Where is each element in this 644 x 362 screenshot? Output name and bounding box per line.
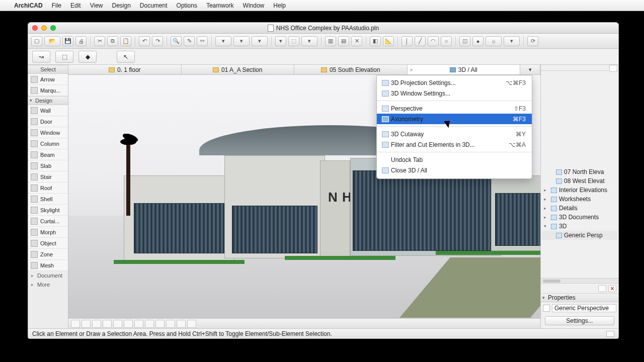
vt-orbit[interactable]: [134, 320, 143, 328]
tool-beam[interactable]: Beam: [28, 149, 68, 160]
info-btn-2[interactable]: ⬚: [55, 51, 73, 63]
nav-settings-button[interactable]: Settings...: [545, 316, 614, 325]
diag-icon[interactable]: ╱: [415, 36, 426, 46]
vt-back[interactable]: [177, 320, 186, 328]
tool-wall[interactable]: Wall: [28, 105, 68, 116]
nav-north-elev[interactable]: 07 North Eleva: [542, 167, 617, 176]
tool-object[interactable]: Object: [28, 238, 68, 249]
nav-new-button[interactable]: [598, 285, 606, 292]
cut-button[interactable]: ✂: [94, 36, 105, 46]
delete-icon[interactable]: ✕: [351, 36, 362, 46]
nav-west-elev[interactable]: 08 West Elevat: [542, 176, 617, 186]
tab-elevation[interactable]: 05 South Elevation: [294, 65, 408, 74]
menu-3d-projection-settings[interactable]: 3D Projection Settings... ⌥⌘F3: [377, 77, 532, 88]
nav-3d[interactable]: 3D: [542, 222, 617, 231]
paste-button[interactable]: 📋: [120, 36, 131, 46]
tool-curtain[interactable]: Curtai...: [28, 216, 68, 227]
navigator-tree[interactable]: 07 North Eleva 08 West Elevat Interior E…: [541, 71, 618, 278]
redo-button[interactable]: ↷: [152, 36, 163, 46]
tool-door[interactable]: Door: [28, 116, 68, 127]
toolbox-design-group[interactable]: Design: [28, 96, 68, 105]
open-button[interactable]: 📂: [44, 36, 60, 46]
vt-pan[interactable]: [124, 320, 133, 328]
menu-options[interactable]: Options: [177, 2, 197, 9]
vt-prev[interactable]: [92, 320, 101, 328]
app-menu[interactable]: ArchiCAD: [14, 2, 43, 9]
tool-stair[interactable]: Stair: [28, 171, 68, 183]
pen-dropdown[interactable]: ▾: [233, 36, 250, 46]
marker-icon[interactable]: ✏: [197, 36, 208, 46]
nav-delete-button[interactable]: ×: [608, 285, 616, 292]
tool-arrow[interactable]: Arrow: [28, 74, 68, 85]
globe-dropdown[interactable]: ▾: [504, 36, 520, 46]
new-button[interactable]: ▢: [31, 36, 42, 46]
navigator-scrollbar[interactable]: [541, 278, 618, 283]
vt-reset[interactable]: [166, 320, 175, 328]
nav-prop-icon[interactable]: [543, 305, 550, 312]
tool-window[interactable]: Window: [28, 127, 68, 138]
menu-axonometry[interactable]: Axonometry ⌘F3: [377, 114, 532, 124]
menu-window[interactable]: Window: [243, 2, 265, 9]
refresh-icon[interactable]: ⟳: [527, 36, 538, 46]
menu-help[interactable]: Help: [273, 2, 286, 9]
undo-button[interactable]: ↶: [139, 36, 150, 46]
info-btn-arrow[interactable]: ↖: [117, 51, 135, 63]
toolbox-document-group[interactable]: Document: [28, 271, 68, 280]
tab-close-icon[interactable]: ×: [410, 67, 413, 73]
vt-fit[interactable]: [71, 320, 80, 328]
line-icon[interactable]: │: [401, 36, 413, 46]
tool-shell[interactable]: Shell: [28, 194, 68, 205]
vt-look[interactable]: [155, 320, 165, 328]
render-icon[interactable]: ●: [472, 36, 484, 46]
nav-generic-perspective[interactable]: Generic Persp: [542, 231, 617, 240]
menu-design[interactable]: Design: [112, 2, 131, 9]
status-icon[interactable]: [606, 331, 614, 337]
info-btn-1[interactable]: ↝: [32, 51, 50, 63]
tool-mesh[interactable]: Mesh: [28, 260, 68, 271]
tool-slab[interactable]: Slab: [28, 160, 68, 171]
material-dropdown[interactable]: ▾: [252, 36, 268, 46]
menu-perspective[interactable]: ✓ Perspective ⇧F3: [377, 103, 532, 114]
3d-viewport[interactable]: N H S 3D Proje: [68, 75, 540, 318]
menu-file[interactable]: File: [52, 2, 61, 9]
nav-prop-name[interactable]: Generic Perspective: [552, 304, 616, 312]
vt-actual[interactable]: [82, 320, 91, 328]
menu-filter-cut[interactable]: Filter and Cut Elements in 3D... ⌥⌘A: [377, 139, 532, 150]
menu-3d-cutaway[interactable]: 3D Cutaway ⌘Y: [377, 129, 532, 139]
titlebar[interactable]: NHS Office Complex by PAAstudio.pln: [28, 23, 618, 34]
zoom-window-button[interactable]: [50, 25, 56, 31]
nav-interior-elev[interactable]: Interior Elevations: [542, 186, 617, 195]
zoom-icon[interactable]: 🔍: [171, 36, 182, 46]
vt-walk[interactable]: [145, 320, 154, 328]
nav-worksheets[interactable]: Worksheets: [542, 195, 617, 204]
menu-edit[interactable]: Edit: [70, 2, 81, 9]
tool-roof[interactable]: Roof: [28, 183, 68, 194]
section-icon[interactable]: ▥: [325, 36, 336, 46]
sun-icon[interactable]: ☼: [486, 36, 502, 46]
info-btn-3[interactable]: ◆: [78, 51, 97, 63]
print-button[interactable]: 🖨: [75, 36, 87, 46]
toolbox-more-group[interactable]: More: [28, 280, 68, 289]
close-window-button[interactable]: [32, 25, 38, 31]
vt-zoomout[interactable]: [113, 320, 122, 328]
arc-icon[interactable]: ◠: [428, 36, 439, 46]
vt-zoomin[interactable]: [103, 320, 112, 328]
pencil-icon[interactable]: ✎: [184, 36, 195, 46]
tool-column[interactable]: Column: [28, 138, 68, 149]
tool-zone[interactable]: Zone: [28, 249, 68, 260]
nav-properties-header[interactable]: Properties: [541, 293, 618, 302]
measure-dropdown[interactable]: ▾: [301, 36, 317, 46]
menu-undock-tab[interactable]: Undock Tab: [377, 154, 532, 165]
circle-icon[interactable]: ○: [441, 36, 452, 46]
nav-details[interactable]: Details: [542, 204, 617, 213]
trace-icon[interactable]: ◧: [370, 36, 381, 46]
menu-3d-window-settings[interactable]: 3D Window Settings...: [377, 88, 532, 99]
model-view-icon[interactable]: ◫: [459, 36, 470, 46]
ruler-icon[interactable]: 📐: [383, 36, 394, 46]
tool-marquee[interactable]: Marqu...: [28, 85, 68, 96]
menu-view[interactable]: View: [90, 2, 103, 9]
tab-floor[interactable]: 0. 1 floor: [68, 65, 182, 74]
menu-close-3d[interactable]: Close 3D / All: [377, 165, 532, 175]
minimize-window-button[interactable]: [41, 25, 47, 31]
tab-3d-all[interactable]: × 3D / All: [408, 65, 521, 74]
